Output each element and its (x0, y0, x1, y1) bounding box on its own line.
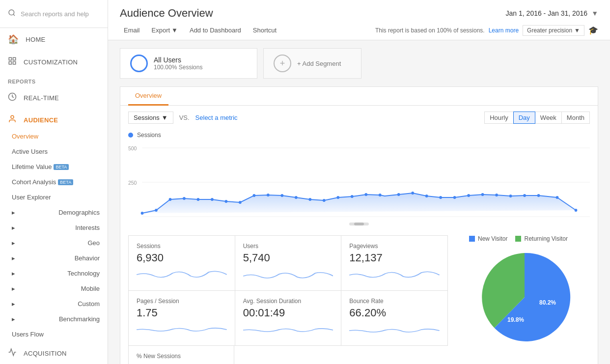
stats-row-3: % New Sessions 80.23% (120, 345, 455, 364)
sidebar-item-benchmarking[interactable]: ▸ Benchmarking (0, 311, 108, 327)
sidebar-item-interests[interactable]: ▸ Interests (0, 220, 108, 235)
sidebar-item-overview[interactable]: Overview (0, 129, 108, 144)
pages-session-value: 1.75 (137, 307, 227, 319)
svg-point-0 (9, 10, 14, 15)
sidebar-item-mobile[interactable]: ▸ Mobile (0, 281, 108, 296)
clock-icon (8, 92, 17, 104)
precision-chevron-icon: ▼ (574, 27, 580, 34)
sessions-value: 6,930 (137, 252, 227, 264)
time-btn-month[interactable]: Month (561, 112, 590, 124)
metric-dropdown[interactable]: Sessions ▼ (128, 112, 173, 124)
svg-point-32 (411, 192, 414, 195)
segment-row: All Users 100.00% Sessions + + Add Segme… (120, 48, 598, 79)
sidebar-item-behavior-sub[interactable]: ▸ Behavior (0, 251, 108, 266)
pages-session-label: Pages / Session (137, 298, 227, 305)
search-bar[interactable]: Search reports and help (0, 0, 108, 28)
add-dashboard-button[interactable]: Add to Dashboard (186, 25, 245, 36)
email-button[interactable]: Email (120, 25, 144, 36)
svg-point-21 (253, 194, 256, 197)
sidebar-item-demographics[interactable]: ▸ Demographics (0, 205, 108, 220)
sidebar-item-audience[interactable]: AUDIENCE (0, 110, 108, 129)
sessions-label: Sessions (137, 243, 227, 250)
svg-point-37 (481, 193, 484, 196)
sidebar-customization-label: CUSTOMIZATION (24, 58, 78, 66)
users-value: 5,740 (243, 252, 333, 264)
svg-line-1 (13, 14, 15, 16)
add-segment-label: + Add Segment (297, 60, 341, 67)
select-metric-link[interactable]: Select a metric (195, 114, 238, 121)
sidebar-item-lifetime-value[interactable]: Lifetime Value BETA (0, 159, 108, 174)
pageviews-value: 12,137 (349, 252, 440, 264)
sidebar-item-custom[interactable]: ▸ Custom (0, 296, 108, 311)
tab-overview[interactable]: Overview (128, 87, 168, 106)
svg-rect-5 (13, 62, 16, 64)
svg-point-34 (439, 196, 442, 199)
svg-point-27 (336, 196, 339, 199)
new-visitor-dot (469, 236, 475, 242)
sidebar-item-acquisition[interactable]: ACQUISITION (0, 342, 108, 364)
acquisition-icon (8, 348, 17, 359)
chart-svg: 500 250 (128, 140, 590, 221)
pie-chart-section: New Visitor Returning Visitor (455, 227, 598, 364)
time-btn-hourly[interactable]: Hourly (484, 112, 514, 124)
svg-text:80.2%: 80.2% (539, 299, 556, 306)
toolbar: Email Export ▼ Add to Dashboard Shortcut… (120, 25, 598, 40)
svg-text:250: 250 (128, 180, 137, 186)
svg-point-30 (379, 194, 382, 196)
segment-card-all-users[interactable]: All Users 100.00% Sessions (120, 48, 257, 79)
legend-new-visitor: New Visitor (469, 235, 507, 242)
stat-card-avg-duration: Avg. Session Duration 00:01:49 (235, 290, 342, 346)
pageviews-label: Pageviews (349, 243, 440, 250)
content-area: All Users 100.00% Sessions + + Add Segme… (108, 40, 610, 364)
realtime-label: REAL-TIME (24, 94, 59, 102)
customization-icon (8, 56, 17, 68)
svg-point-7 (11, 115, 14, 118)
reports-section-label: Reports (0, 74, 108, 86)
add-segment-card[interactable]: + + Add Segment (263, 48, 361, 79)
sessions-legend-dot (128, 133, 133, 138)
sidebar-item-geo[interactable]: ▸ Geo (0, 235, 108, 251)
sessions-legend-label: Sessions (137, 132, 161, 139)
svg-point-17 (197, 198, 200, 201)
sidebar-item-user-explorer[interactable]: User Explorer (0, 190, 108, 205)
segment-info: All Users 100.00% Sessions (154, 56, 202, 71)
sidebar-item-technology[interactable]: ▸ Technology (0, 266, 108, 281)
stat-card-sessions: Sessions 6,930 (128, 235, 235, 291)
time-btn-day[interactable]: Day (513, 112, 535, 124)
date-range-picker[interactable]: Jan 1, 2016 - Jan 31, 2016 ▼ (506, 9, 598, 17)
sidebar-item-active-users[interactable]: Active Users (0, 144, 108, 159)
metric-selector: Sessions ▼ VS. Select a metric (128, 112, 238, 124)
report-note: This report is based on 100% of sessions… (375, 27, 485, 34)
svg-point-15 (169, 198, 172, 201)
svg-text:19.8%: 19.8% (507, 316, 524, 323)
svg-point-29 (364, 193, 367, 196)
svg-point-24 (295, 196, 298, 199)
legend-returning-visitor: Returning Visitor (515, 235, 568, 242)
svg-point-14 (155, 209, 158, 212)
new-sessions-value: 80.23% (137, 362, 226, 364)
home-icon: 🏠 (8, 34, 19, 45)
toolbar-right: This report is based on 100% of sessions… (375, 25, 598, 36)
stat-card-new-sessions: % New Sessions 80.23% (128, 345, 234, 364)
main-header: Audience Overview Jan 1, 2016 - Jan 31, … (108, 0, 610, 40)
learn-more-link[interactable]: Learn more (489, 27, 519, 34)
sidebar-item-users-flow[interactable]: Users Flow (0, 327, 108, 342)
shortcut-button[interactable]: Shortcut (249, 25, 280, 36)
svg-rect-2 (9, 57, 11, 60)
precision-selector[interactable]: Greater precision ▼ (523, 25, 584, 36)
svg-point-16 (183, 197, 186, 200)
sidebar-item-home[interactable]: 🏠 HOME (0, 28, 108, 51)
overview-tab-bar: Overview (120, 87, 598, 106)
svg-rect-4 (9, 62, 11, 64)
export-chevron-icon: ▼ (171, 27, 178, 34)
time-btn-week[interactable]: Week (535, 112, 562, 124)
segment-pct: 100.00% Sessions (154, 64, 202, 71)
export-button[interactable]: Export ▼ (148, 25, 182, 36)
sidebar-item-cohort[interactable]: Cohort Analysis BETA (0, 174, 108, 190)
svg-rect-3 (13, 57, 16, 60)
pie-svg: 80.2% 19.8% (475, 248, 574, 346)
sidebar-item-realtime[interactable]: REAL-TIME (0, 86, 108, 110)
chart-legend: Sessions (128, 129, 590, 140)
search-placeholder: Search reports and help (21, 10, 89, 18)
sidebar-item-customization[interactable]: CUSTOMIZATION (0, 51, 108, 74)
